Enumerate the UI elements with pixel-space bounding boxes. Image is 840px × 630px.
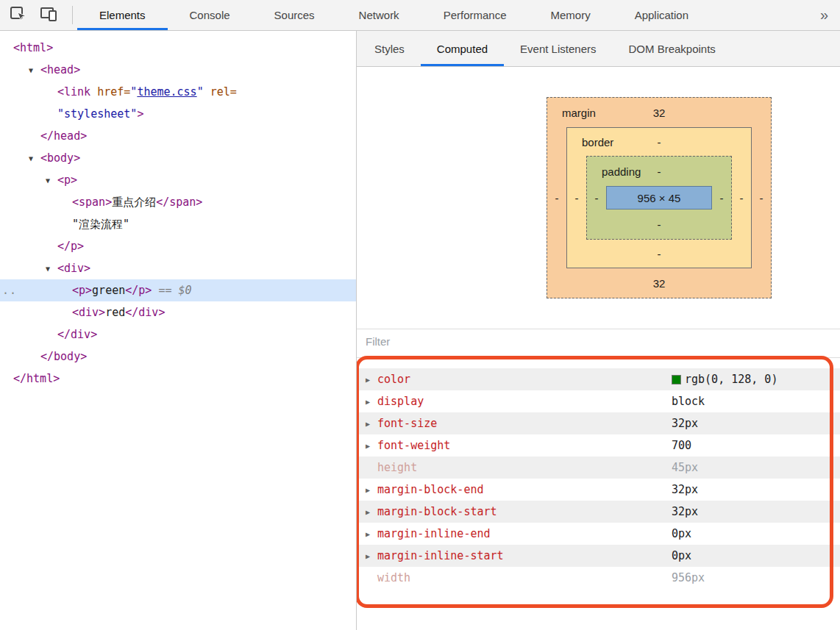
- tree-line[interactable]: <span>重点介绍</span>: [0, 191, 356, 213]
- property-name: margin-inline-start: [377, 549, 672, 562]
- expand-arrow-icon[interactable]: ▶: [366, 552, 377, 560]
- code-token-tag: </p>: [57, 240, 84, 253]
- property-name: color: [377, 373, 672, 386]
- tree-line[interactable]: "stylesheet">: [0, 103, 356, 125]
- code-token-text: green: [92, 284, 125, 297]
- more-panels-button[interactable]: »: [808, 0, 840, 30]
- expand-arrow-icon[interactable]: ▶: [366, 398, 377, 406]
- computed-property-row[interactable]: ▶font-size32px: [357, 412, 840, 434]
- computed-property-row[interactable]: width956px: [357, 567, 840, 589]
- expand-arrow-icon[interactable]: ▼: [29, 60, 40, 82]
- tree-line[interactable]: </html>: [0, 368, 356, 390]
- tab-sources[interactable]: Sources: [252, 0, 337, 30]
- property-value: 32px: [672, 505, 698, 518]
- tree-line[interactable]: </p>: [0, 235, 356, 257]
- box-model-padding[interactable]: padding - - 956 × 45 - -: [586, 156, 732, 240]
- expand-arrow-icon[interactable]: ▼: [29, 148, 40, 170]
- border-right-value: -: [732, 156, 751, 240]
- expand-arrow-icon[interactable]: ▶: [366, 420, 377, 428]
- tab-application[interactable]: Application: [613, 0, 711, 30]
- box-model-margin[interactable]: margin 32 - border - -: [547, 97, 772, 298]
- sidebar-tabs: StylesComputedEvent ListenersDOM Breakpo…: [357, 31, 840, 67]
- code-token-tag: <div>: [57, 262, 90, 275]
- property-value: 700: [672, 439, 691, 452]
- tree-line[interactable]: ▼<body>: [0, 147, 356, 169]
- computed-property-row[interactable]: ▶margin-inline-start0px: [357, 545, 840, 567]
- box-model-border[interactable]: border - - padding -: [566, 127, 752, 268]
- expand-arrow-icon[interactable]: ▶: [366, 508, 377, 516]
- code-token-tag: <body>: [40, 151, 80, 165]
- margin-top-value: 32: [653, 107, 666, 119]
- device-toolbar-button[interactable]: [38, 4, 60, 26]
- sidebar-tab-event-listeners[interactable]: Event Listeners: [504, 31, 612, 66]
- expand-arrow-icon[interactable]: ▶: [366, 442, 377, 450]
- sidebar-tab-computed[interactable]: Computed: [421, 31, 504, 66]
- computed-property-row[interactable]: height45px: [357, 457, 840, 479]
- property-name: margin-block-end: [377, 483, 672, 496]
- property-name: font-weight: [377, 439, 672, 452]
- code-token-tag: >: [137, 107, 143, 121]
- expand-arrow-icon[interactable]: ▶: [366, 376, 377, 384]
- code-token-tag: <p>: [57, 173, 77, 187]
- property-value: 32px: [672, 483, 698, 496]
- property-value-text: block: [672, 395, 705, 408]
- computed-property-row[interactable]: ▶font-weight700: [357, 434, 840, 457]
- property-value-text: 32px: [672, 417, 698, 430]
- box-model-content[interactable]: 956 × 45: [606, 186, 712, 210]
- margin-right-value: -: [752, 127, 771, 268]
- property-value: 956px: [672, 571, 705, 584]
- tab-performance[interactable]: Performance: [421, 0, 529, 30]
- code-token-tag: </p>: [125, 284, 152, 297]
- tree-line[interactable]: ..<p>green</p> == $0: [0, 279, 356, 301]
- tree-line[interactable]: </head>: [0, 125, 356, 147]
- code-token-text: red: [105, 306, 125, 319]
- computed-property-row[interactable]: ▶margin-block-start32px: [357, 501, 840, 523]
- tab-console[interactable]: Console: [168, 0, 252, 30]
- sidebar-tab-dom-breakpoints[interactable]: DOM Breakpoints: [612, 31, 731, 66]
- computed-property-row[interactable]: ▶margin-block-end32px: [357, 479, 840, 501]
- property-value-text: 0px: [672, 549, 691, 562]
- margin-bottom-value: 32: [547, 268, 771, 298]
- expand-arrow-icon[interactable]: ▼: [46, 258, 57, 280]
- property-value: 45px: [672, 461, 698, 474]
- property-value: block: [672, 395, 705, 408]
- devtools-main: <html>▼<head><link href="theme.css" rel=…: [0, 31, 840, 630]
- border-left-value: -: [567, 156, 586, 240]
- code-token-tag: <html>: [13, 41, 53, 54]
- code-token-dollar: $0: [179, 284, 192, 297]
- tree-line[interactable]: </body>: [0, 346, 356, 368]
- code-token-tag: </body>: [40, 350, 87, 363]
- expand-arrow-icon[interactable]: ▶: [366, 530, 377, 538]
- box-model-section: margin 32 - border - -: [357, 67, 840, 329]
- filter-input[interactable]: [366, 335, 586, 348]
- code-token-tag: </div>: [125, 306, 165, 319]
- sidebar-tab-styles[interactable]: Styles: [358, 31, 421, 66]
- code-token-tag: </span>: [156, 196, 202, 209]
- computed-property-row[interactable]: ▶displayblock: [357, 390, 840, 412]
- property-value-text: 32px: [672, 505, 698, 518]
- tree-line[interactable]: ▼<p>: [0, 169, 356, 191]
- tree-line[interactable]: ▼<head>: [0, 59, 356, 81]
- tree-line[interactable]: </div>: [0, 323, 356, 346]
- padding-right-value: -: [712, 186, 731, 210]
- inspect-element-button[interactable]: [7, 4, 29, 26]
- tree-line[interactable]: <div>red</div>: [0, 301, 356, 323]
- tree-line[interactable]: <html>: [0, 37, 356, 59]
- tab-network[interactable]: Network: [337, 0, 421, 30]
- expand-arrow-icon[interactable]: ▶: [366, 486, 377, 494]
- property-value: 0px: [672, 549, 691, 562]
- expand-arrow-icon[interactable]: ▼: [46, 170, 57, 192]
- tree-line[interactable]: ▼<div>: [0, 257, 356, 279]
- computed-property-row[interactable]: ▶colorrgb(0, 128, 0): [357, 368, 840, 390]
- tab-elements[interactable]: Elements: [77, 0, 168, 30]
- computed-property-row[interactable]: ▶margin-inline-end0px: [357, 523, 840, 545]
- tree-line[interactable]: <link href="theme.css" rel=: [0, 81, 356, 103]
- code-token-text: 重点介绍: [112, 196, 156, 209]
- property-value: 0px: [672, 527, 691, 540]
- tree-line[interactable]: "渲染流程": [0, 213, 356, 235]
- padding-label: padding: [602, 165, 641, 178]
- toolbar-divider: [72, 6, 73, 24]
- tab-memory[interactable]: Memory: [529, 0, 613, 30]
- elements-tree: <html>▼<head><link href="theme.css" rel=…: [0, 31, 357, 630]
- filter-row: [357, 329, 840, 358]
